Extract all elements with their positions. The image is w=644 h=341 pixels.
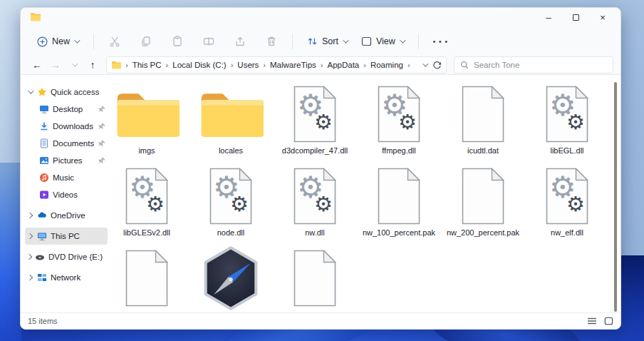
breadcrumb-item[interactable]: AppData [326, 60, 360, 70]
copy-button[interactable] [134, 31, 158, 52]
file-item[interactable]: ⚙ ⚙d3dcompiler_47.dll [273, 78, 357, 160]
file-item[interactable]: ⚙ ⚙nw_elf.dll [525, 160, 609, 242]
sidebar-item-downloads[interactable]: Downloads [38, 118, 108, 135]
sidebar-item-desktop[interactable]: Desktop [38, 101, 108, 118]
sidebar-item-label: OneDrive [51, 211, 85, 220]
hexagon-app-icon [200, 245, 261, 311]
breadcrumb-item[interactable]: This PC [131, 60, 163, 70]
breadcrumb-separator: › [407, 61, 410, 69]
chevron-down-icon[interactable] [26, 90, 33, 94]
sidebar-item-label: Quick access [51, 88, 99, 96]
details-view-icon[interactable] [587, 317, 597, 325]
file-item[interactable] [108, 242, 189, 312]
file-item[interactable]: nw_100_percent.pak [357, 160, 441, 242]
pc-icon [37, 231, 47, 241]
breadcrumb-item[interactable]: Users [236, 60, 260, 70]
vertical-scrollbar[interactable] [614, 82, 617, 312]
breadcrumb-separator: › [166, 61, 169, 69]
file-item[interactable]: icudtl.dat [441, 78, 525, 160]
minimize-button[interactable]: – [535, 8, 562, 26]
gear-icon: ⚙ [146, 194, 165, 215]
sidebar-item-label: Music [53, 173, 74, 182]
file-grid: imgs locales ⚙ ⚙d3dcompiler_47.dll ⚙ ⚙ff… [108, 78, 609, 312]
chevron-right-icon[interactable] [26, 275, 33, 280]
sidebar-item-videos[interactable]: Videos [38, 186, 108, 203]
gear-icon: ⚙ [566, 112, 585, 133]
chevron-right-icon[interactable] [26, 234, 33, 238]
breadcrumb-item[interactable]: Local Disk (C:) [171, 60, 227, 70]
share-button[interactable] [228, 31, 252, 52]
rename-button[interactable] [197, 31, 221, 52]
plus-circle-icon [37, 36, 48, 47]
breadcrumb-separator: › [321, 61, 323, 69]
folder-item[interactable]: imgs [108, 78, 189, 160]
back-button[interactable]: ← [28, 56, 46, 73]
file-item[interactable]: ⚙ ⚙nw.dll [273, 160, 357, 242]
sidebar-item-dvd-drive-e-cdrc[interactable]: DVD Drive (E:) CDRC [25, 248, 108, 265]
file-item[interactable]: ⚙ ⚙libGLESv2.dll [108, 160, 189, 242]
recent-locations-button[interactable] [65, 56, 83, 73]
file-name-label: libGLESv2.dll [123, 228, 170, 237]
maximize-button[interactable] [562, 8, 589, 26]
address-bar[interactable]: ›This PC›Local Disk (C:)›Users›MalwareTi… [106, 56, 447, 73]
dll-file-icon: ⚙ ⚙ [209, 168, 252, 225]
wallpaper-petal [0, 163, 21, 341]
sidebar-item-network[interactable]: Network [25, 269, 108, 286]
file-name-label: nw_200_percent.pak [447, 228, 519, 237]
breadcrumb-item[interactable]: Roaming [369, 60, 405, 70]
breadcrumb-item[interactable]: MalwareTips [269, 60, 318, 70]
file-icon [378, 168, 420, 225]
sidebar-item-music[interactable]: Music [38, 169, 108, 186]
desktop: – × New Sort [0, 0, 644, 341]
sort-button[interactable]: Sort [301, 33, 353, 50]
new-button[interactable]: New [31, 33, 85, 51]
file-icon [462, 168, 504, 225]
sidebar-item-label: Pictures [53, 156, 83, 165]
chevron-right-icon[interactable] [26, 213, 33, 218]
file-icon [125, 250, 168, 307]
new-button-label: New [52, 36, 70, 46]
file-item[interactable]: ⚙ ⚙node.dll [189, 160, 273, 242]
sidebar-item-this-pc[interactable]: This PC [25, 228, 108, 245]
delete-button[interactable] [259, 31, 284, 52]
sidebar-item-onedrive[interactable]: OneDrive [25, 207, 108, 224]
forward-button[interactable]: → [46, 56, 65, 73]
folder-icon [30, 12, 41, 21]
breadcrumb-separator: › [263, 61, 266, 69]
dvd-icon [35, 252, 45, 262]
file-icon [462, 86, 504, 143]
titlebar[interactable]: – × [21, 8, 620, 26]
large-icons-view-icon[interactable] [604, 317, 613, 325]
file-item[interactable] [273, 242, 357, 312]
search-input[interactable]: Search Tone [454, 56, 613, 73]
pin-icon [98, 123, 105, 130]
sidebar-item-label: DVD Drive (E:) CDRC [48, 253, 105, 261]
close-button[interactable]: × [589, 8, 616, 26]
network-icon [37, 273, 47, 283]
up-button[interactable]: ↑ [83, 56, 102, 73]
file-item[interactable]: nw_200_percent.pak [441, 160, 525, 242]
search-icon [460, 61, 469, 69]
chevron-right-icon[interactable] [26, 255, 31, 259]
more-options-button[interactable]: • • • [427, 34, 454, 49]
sidebar-item-quick-access[interactable]: Quick access [25, 83, 108, 101]
item-count-label: 15 items [28, 317, 58, 325]
cut-button[interactable] [103, 31, 127, 52]
documents-icon [39, 138, 49, 148]
toolbar-divider [292, 34, 293, 49]
paste-button[interactable] [165, 31, 189, 52]
chevron-down-icon [400, 37, 405, 43]
file-item[interactable]: ⚙ ⚙libEGL.dll [525, 78, 609, 160]
chevron-down-icon [72, 61, 78, 66]
sidebar-item-label: Videos [53, 190, 78, 199]
sidebar-item-documents[interactable]: Documents [38, 135, 108, 152]
refresh-icon[interactable] [432, 61, 442, 70]
folder-item[interactable]: locales [189, 78, 273, 160]
file-item[interactable]: ⚙ ⚙ffmpeg.dll [357, 78, 441, 160]
file-item[interactable] [189, 242, 273, 312]
address-dropdown-icon[interactable] [422, 61, 428, 66]
file-name-label: icudtl.dat [467, 146, 499, 155]
view-button[interactable]: View [355, 33, 410, 50]
file-name-label: ffmpeg.dll [382, 146, 416, 155]
sidebar-item-pictures[interactable]: Pictures [38, 152, 108, 169]
